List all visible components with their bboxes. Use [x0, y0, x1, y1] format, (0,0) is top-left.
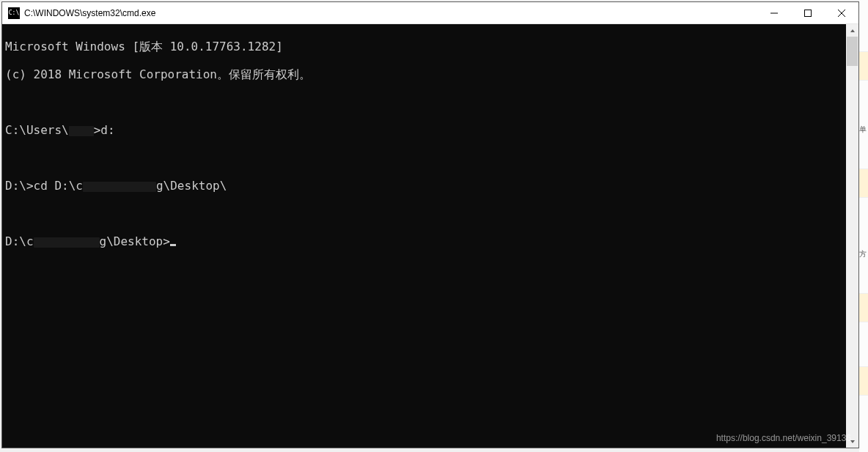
scroll-thumb[interactable]	[847, 37, 858, 66]
svg-marker-4	[850, 29, 855, 32]
banner-line: Microsoft Windows [版本 10.0.17763.1282]	[5, 40, 843, 53]
cmd-icon: C:\	[8, 7, 20, 19]
peek-text-1: 单	[859, 125, 868, 135]
svg-rect-1	[805, 10, 812, 16]
text-cursor	[170, 244, 176, 246]
peek-text-2: 方	[859, 249, 868, 259]
prompt-line-1: C:\Users\ >d:	[5, 123, 843, 137]
background-page-peek: 单 方	[859, 0, 868, 452]
titlebar[interactable]: C:\ C:\WINDOWS\system32\cmd.exe	[2, 2, 858, 24]
prompt-line-3: D:\c g\Desktop>	[5, 234, 843, 248]
minimize-button[interactable]	[757, 2, 791, 23]
close-button[interactable]	[825, 2, 858, 23]
maximize-button[interactable]	[791, 2, 825, 23]
redacted-path	[34, 237, 100, 248]
redacted-username	[69, 126, 94, 136]
terminal-output[interactable]: Microsoft Windows [版本 10.0.17763.1282] (…	[2, 24, 846, 448]
prompt-line-2: D:\>cd D:\c g\Desktop\	[5, 179, 843, 193]
copyright-line: (c) 2018 Microsoft Corporation。保留所有权利。	[5, 67, 843, 81]
window-title: C:\WINDOWS\system32\cmd.exe	[24, 8, 155, 18]
redacted-path	[83, 182, 156, 192]
cmd-window: C:\ C:\WINDOWS\system32\cmd.exe Microsof…	[1, 1, 859, 448]
vertical-scrollbar[interactable]	[846, 24, 858, 448]
scroll-up-arrow[interactable]	[846, 24, 858, 37]
watermark-text: https://blog.csdn.net/weixin_39136	[716, 433, 851, 443]
